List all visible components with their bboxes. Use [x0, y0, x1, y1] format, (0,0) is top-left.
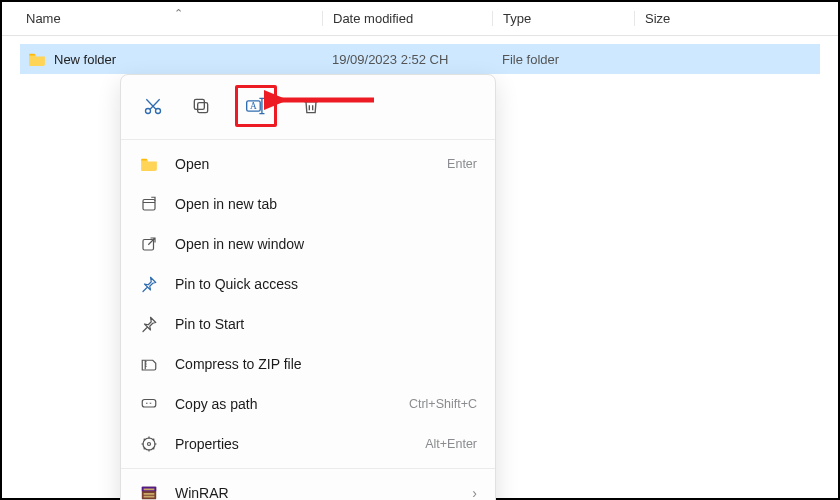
menu-item-pin-quick[interactable]: Pin to Quick access: [121, 264, 495, 304]
column-size[interactable]: Size: [634, 11, 838, 26]
column-date[interactable]: Date modified: [322, 11, 492, 26]
svg-rect-6: [143, 200, 155, 211]
menu-separator: [121, 139, 495, 140]
copy-icon[interactable]: [187, 92, 215, 120]
copy-path-icon: [139, 394, 159, 414]
menu-label: WinRAR: [175, 485, 472, 500]
svg-rect-13: [144, 489, 155, 491]
menu-label: Open in new window: [175, 236, 477, 252]
column-headers: Name ⌃ Date modified Type Size: [2, 2, 838, 36]
svg-rect-3: [194, 99, 204, 109]
svg-rect-8: [142, 400, 156, 408]
sort-caret-icon: ⌃: [174, 7, 183, 20]
delete-icon[interactable]: [297, 92, 325, 120]
menu-item-copy-path[interactable]: Copy as path Ctrl+Shift+C: [121, 384, 495, 424]
external-link-icon: [139, 234, 159, 254]
svg-rect-14: [144, 493, 155, 495]
file-type: File folder: [502, 52, 644, 67]
pin-icon: [139, 274, 159, 294]
column-size-label: Size: [645, 11, 670, 26]
pin-icon: [139, 314, 159, 334]
rename-icon[interactable]: A: [242, 92, 270, 120]
new-tab-icon: [139, 194, 159, 214]
context-menu: A Open Enter Open in new tab Open in new…: [120, 74, 496, 500]
menu-accel: Enter: [447, 157, 477, 171]
menu-item-compress[interactable]: Compress to ZIP file: [121, 344, 495, 384]
menu-label: Compress to ZIP file: [175, 356, 477, 372]
svg-point-10: [148, 443, 151, 446]
menu-accel: Ctrl+Shift+C: [409, 397, 477, 411]
winrar-icon: [139, 483, 159, 500]
menu-accel: Alt+Enter: [425, 437, 477, 451]
column-type-label: Type: [503, 11, 531, 26]
menu-label: Pin to Start: [175, 316, 477, 332]
column-name-label: Name: [26, 11, 61, 26]
column-date-label: Date modified: [333, 11, 413, 26]
column-type[interactable]: Type: [492, 11, 634, 26]
menu-item-pin-start[interactable]: Pin to Start: [121, 304, 495, 344]
column-name[interactable]: Name ⌃: [26, 11, 322, 26]
folder-icon: [28, 52, 46, 66]
menu-label: Open in new tab: [175, 196, 477, 212]
menu-separator: [121, 468, 495, 469]
chevron-right-icon: ›: [472, 485, 477, 500]
svg-text:A: A: [250, 101, 257, 111]
menu-item-properties[interactable]: Properties Alt+Enter: [121, 424, 495, 464]
zip-icon: [139, 354, 159, 374]
file-date: 19/09/2023 2:52 CH: [332, 52, 502, 67]
menu-label: Open: [175, 156, 447, 172]
menu-label: Pin to Quick access: [175, 276, 477, 292]
menu-item-open-window[interactable]: Open in new window: [121, 224, 495, 264]
menu-item-winrar[interactable]: WinRAR ›: [121, 473, 495, 500]
folder-open-icon: [139, 154, 159, 174]
context-menu-toolbar: A: [121, 75, 495, 135]
file-row[interactable]: New folder 19/09/2023 2:52 CH File folde…: [20, 44, 820, 74]
cut-icon[interactable]: [139, 92, 167, 120]
file-name: New folder: [54, 52, 332, 67]
window-frame: Name ⌃ Date modified Type Size New folde…: [0, 0, 840, 500]
menu-item-open[interactable]: Open Enter: [121, 144, 495, 184]
svg-point-1: [156, 109, 161, 114]
properties-icon: [139, 434, 159, 454]
menu-label: Copy as path: [175, 396, 409, 412]
rename-highlight-box: A: [235, 85, 277, 127]
svg-rect-15: [144, 496, 155, 498]
svg-point-0: [146, 109, 151, 114]
menu-item-open-tab[interactable]: Open in new tab: [121, 184, 495, 224]
menu-label: Properties: [175, 436, 425, 452]
svg-rect-2: [198, 103, 208, 113]
